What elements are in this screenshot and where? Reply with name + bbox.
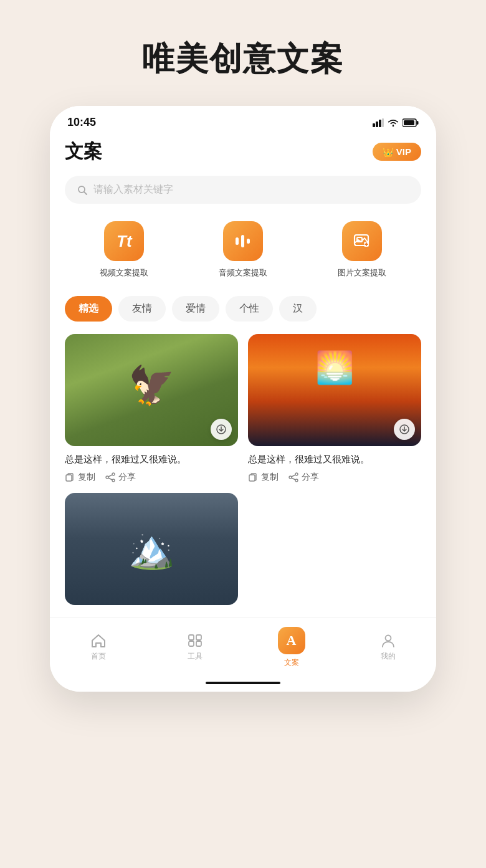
card-text-2: 总是这样，很难过又很难说。: [248, 452, 421, 467]
tool-image-icon: [342, 221, 382, 261]
search-bar[interactable]: 请输入素材关键字: [65, 176, 421, 204]
app-header: 文案 👑 VIP: [65, 134, 421, 165]
download-btn-2[interactable]: [394, 419, 415, 440]
nav-wencase[interactable]: A 文案: [273, 627, 310, 668]
download-btn-1[interactable]: [211, 419, 232, 440]
card-actions-1: 复制 分享: [65, 472, 238, 483]
svg-point-25: [295, 473, 298, 475]
status-bar: 10:45: [50, 106, 436, 134]
content-card-2: 总是这样，很难过又很难说。 复制: [248, 334, 421, 483]
svg-rect-1: [376, 122, 378, 127]
tab-love[interactable]: 爱情: [172, 296, 219, 322]
nav-home-icon: [90, 633, 107, 648]
tool-image-label: 图片文案提取: [338, 267, 386, 279]
copy-btn-1[interactable]: 复制: [65, 472, 95, 483]
svg-rect-11: [241, 235, 244, 247]
svg-point-34: [385, 635, 391, 641]
tab-featured[interactable]: 精选: [65, 296, 112, 322]
svg-point-26: [289, 476, 292, 479]
tool-audio-label: 音频文案提取: [219, 267, 267, 279]
card-actions-2: 复制 分享: [248, 472, 421, 483]
app-content: 文案 👑 VIP 请输入素材关键字 Tt 视频文案提取: [50, 134, 436, 618]
card-text-1: 总是这样，很难过又很难说。: [65, 452, 238, 467]
tools-grid: Tt 视频文案提取 音频文案提取: [65, 221, 421, 279]
card-image-sunset: [248, 334, 421, 446]
svg-point-4: [393, 125, 394, 126]
tool-audio-icon: [223, 221, 263, 261]
tool-video-icon: Tt: [104, 221, 144, 261]
vip-crown-icon: 👑: [383, 147, 393, 157]
share-btn-2[interactable]: 分享: [288, 472, 319, 483]
tool-video-label: 视频文案提取: [100, 267, 148, 279]
nav-tools[interactable]: 工具: [176, 633, 214, 662]
svg-rect-32: [189, 641, 194, 646]
category-tabs: 精选 友情 爱情 个性 汉: [65, 296, 421, 322]
bottom-nav: 首页 工具 A 文案 我的: [50, 618, 436, 673]
share-label-2: 分享: [302, 472, 319, 483]
app-header-title: 文案: [65, 139, 102, 165]
svg-line-21: [108, 475, 112, 477]
svg-point-19: [106, 476, 108, 479]
tab-more[interactable]: 汉: [279, 296, 317, 322]
nav-profile[interactable]: 我的: [369, 633, 407, 662]
content-card-1: 总是这样，很难过又很难说。 复制: [65, 334, 238, 483]
nav-wencase-label: 文案: [284, 657, 299, 668]
tool-audio[interactable]: 音频文案提取: [219, 221, 267, 279]
content-card-3: [65, 493, 238, 605]
nav-profile-label: 我的: [381, 651, 396, 662]
svg-line-22: [108, 478, 112, 480]
page-title: 唯美创意文案: [142, 37, 344, 81]
tab-friendship[interactable]: 友情: [118, 296, 166, 322]
svg-rect-3: [382, 118, 384, 127]
copy-btn-2[interactable]: 复制: [248, 472, 279, 483]
svg-line-28: [292, 475, 295, 477]
svg-rect-24: [249, 475, 255, 481]
signal-icon: [373, 118, 384, 127]
svg-point-27: [295, 479, 298, 482]
nav-tools-icon: [187, 633, 203, 648]
nav-home-label: 首页: [91, 651, 106, 662]
svg-rect-10: [236, 237, 239, 245]
svg-point-20: [112, 479, 115, 482]
svg-line-29: [292, 478, 295, 480]
copy-label-2: 复制: [261, 472, 279, 483]
svg-rect-12: [247, 239, 250, 244]
svg-rect-7: [404, 120, 414, 125]
card-image-mountain: [65, 493, 238, 605]
svg-rect-33: [196, 641, 201, 646]
svg-rect-31: [196, 635, 201, 640]
svg-rect-17: [66, 475, 72, 481]
tab-personality[interactable]: 个性: [226, 296, 273, 322]
home-indicator: [206, 682, 280, 684]
svg-rect-30: [189, 635, 194, 640]
search-icon: [77, 185, 87, 195]
share-btn-1[interactable]: 分享: [105, 472, 136, 483]
svg-rect-6: [417, 121, 419, 125]
phone-frame: 10:45: [50, 106, 436, 692]
copy-label-1: 复制: [78, 472, 95, 483]
svg-rect-2: [379, 120, 381, 127]
svg-line-9: [84, 192, 87, 194]
svg-rect-0: [373, 123, 375, 127]
nav-wencase-icon: A: [278, 627, 305, 654]
battery-icon: [403, 118, 419, 127]
search-placeholder: 请输入素材关键字: [93, 183, 173, 196]
tool-image[interactable]: 图片文案提取: [338, 221, 386, 279]
nav-profile-icon: [380, 633, 396, 648]
nav-home[interactable]: 首页: [80, 633, 117, 662]
card-image-bird: [65, 334, 238, 446]
tool-video[interactable]: Tt 视频文案提取: [100, 221, 148, 279]
status-time: 10:45: [67, 116, 96, 129]
svg-point-18: [112, 473, 115, 475]
share-label-1: 分享: [118, 472, 136, 483]
vip-label: VIP: [396, 146, 411, 157]
wifi-icon: [388, 118, 399, 127]
vip-badge[interactable]: 👑 VIP: [373, 143, 421, 161]
status-icons: [373, 118, 419, 127]
content-grid: 总是这样，很难过又很难说。 复制: [65, 334, 421, 605]
nav-tools-label: 工具: [188, 651, 202, 662]
